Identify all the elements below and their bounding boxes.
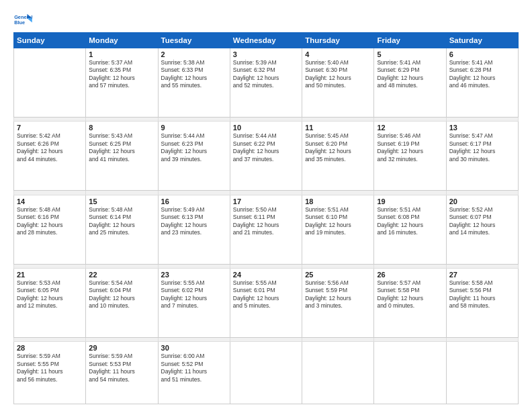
cell-line: Daylight: 12 hours <box>377 148 443 155</box>
cell-line: Sunset: 6:05 PM <box>17 287 83 294</box>
day-number: 1 <box>89 50 154 58</box>
day-number: 10 <box>233 124 299 132</box>
cell-line: Sunset: 6:29 PM <box>377 66 443 74</box>
cell-line: Sunset: 6:19 PM <box>377 140 443 148</box>
calendar-cell: 9Sunrise: 5:44 AMSunset: 6:23 PMDaylight… <box>158 122 230 191</box>
cell-line: and 23 minutes. <box>161 229 227 236</box>
cell-line: Sunrise: 5:56 AM <box>305 279 371 287</box>
cell-line: Sunrise: 5:44 AM <box>233 132 299 140</box>
calendar-cell: 18Sunrise: 5:51 AMSunset: 6:10 PMDayligh… <box>302 195 374 264</box>
cell-line: Sunrise: 5:42 AM <box>17 132 83 140</box>
cell-line: Sunrise: 5:55 AM <box>161 279 227 287</box>
cell-line: Sunrise: 5:53 AM <box>17 279 83 287</box>
cell-line: Daylight: 12 hours <box>17 222 83 229</box>
day-number: 2 <box>161 50 227 58</box>
cell-line: Sunset: 6:01 PM <box>233 287 299 294</box>
day-number: 27 <box>449 271 515 279</box>
cell-line: Daylight: 12 hours <box>17 148 83 155</box>
calendar-header-tuesday: Tuesday <box>158 33 230 48</box>
cell-line: Sunset: 5:52 PM <box>161 361 227 368</box>
cell-line: Daylight: 12 hours <box>233 148 299 155</box>
cell-line: and 57 minutes. <box>89 82 154 89</box>
cell-line: and 16 minutes. <box>377 229 443 236</box>
cell-line: Sunrise: 5:51 AM <box>377 206 443 214</box>
cell-line: Daylight: 12 hours <box>377 295 443 302</box>
cell-line: Sunrise: 5:57 AM <box>377 279 443 287</box>
calendar-cell: 25Sunrise: 5:56 AMSunset: 5:59 PMDayligh… <box>302 268 374 337</box>
calendar-week-row: 28Sunrise: 5:59 AMSunset: 5:55 PMDayligh… <box>14 342 519 404</box>
cell-line: Sunrise: 5:37 AM <box>89 59 154 66</box>
cell-line: Daylight: 11 hours <box>449 295 515 302</box>
cell-line: and 19 minutes. <box>305 229 371 236</box>
cell-line: Daylight: 12 hours <box>161 75 227 82</box>
calendar-week-row: 21Sunrise: 5:53 AMSunset: 6:05 PMDayligh… <box>14 268 519 337</box>
cell-line: Daylight: 12 hours <box>233 222 299 229</box>
cell-line: Sunset: 5:53 PM <box>89 361 154 368</box>
cell-line: Sunrise: 5:59 AM <box>89 353 154 360</box>
logo-icon: General Blue <box>13 12 32 27</box>
calendar-cell: 17Sunrise: 5:50 AMSunset: 6:11 PMDayligh… <box>230 195 302 264</box>
cell-line: and 56 minutes. <box>17 376 83 383</box>
cell-line: Sunset: 6:20 PM <box>305 140 371 148</box>
cell-line: Daylight: 11 hours <box>161 368 227 375</box>
cell-line: and 37 minutes. <box>233 156 299 163</box>
calendar-cell: 1Sunrise: 5:37 AMSunset: 6:35 PMDaylight… <box>86 48 158 118</box>
cell-line: Daylight: 12 hours <box>89 295 154 302</box>
day-number: 7 <box>17 124 83 132</box>
cell-line: Sunrise: 5:51 AM <box>305 206 371 214</box>
cell-line: Daylight: 12 hours <box>161 295 227 302</box>
calendar-cell: 2Sunrise: 5:38 AMSunset: 6:33 PMDaylight… <box>158 48 230 118</box>
cell-line: and 41 minutes. <box>89 156 154 163</box>
day-number: 4 <box>305 50 371 58</box>
calendar-cell: 15Sunrise: 5:48 AMSunset: 6:14 PMDayligh… <box>86 195 158 264</box>
cell-line: Daylight: 11 hours <box>89 368 154 375</box>
day-number: 24 <box>233 271 299 279</box>
calendar-cell: 11Sunrise: 5:45 AMSunset: 6:20 PMDayligh… <box>302 122 374 191</box>
cell-line: and 58 minutes. <box>449 302 515 310</box>
calendar-table: SundayMondayTuesdayWednesdayThursdayFrid… <box>13 32 519 404</box>
calendar-cell: 3Sunrise: 5:39 AMSunset: 6:32 PMDaylight… <box>230 48 302 118</box>
cell-line: Daylight: 11 hours <box>17 368 83 375</box>
day-number: 26 <box>377 271 443 279</box>
calendar-cell <box>230 342 302 404</box>
cell-line: Daylight: 12 hours <box>161 148 227 155</box>
calendar-header-thursday: Thursday <box>302 33 374 48</box>
calendar-cell: 16Sunrise: 5:49 AMSunset: 6:13 PMDayligh… <box>158 195 230 264</box>
cell-line: and 39 minutes. <box>161 156 227 163</box>
cell-line: and 0 minutes. <box>377 302 443 310</box>
calendar-cell: 6Sunrise: 5:41 AMSunset: 6:28 PMDaylight… <box>446 48 518 118</box>
cell-line: Daylight: 12 hours <box>89 222 154 229</box>
calendar-cell <box>302 342 374 404</box>
calendar-cell <box>374 342 446 404</box>
cell-line: Sunrise: 5:52 AM <box>449 206 515 214</box>
calendar-cell: 10Sunrise: 5:44 AMSunset: 6:22 PMDayligh… <box>230 122 302 191</box>
calendar-header-monday: Monday <box>86 33 158 48</box>
cell-line: Daylight: 12 hours <box>161 222 227 229</box>
cell-line: and 54 minutes. <box>89 376 154 383</box>
cell-line: Sunset: 6:14 PM <box>89 214 154 221</box>
cell-line: Sunset: 5:59 PM <box>305 287 371 294</box>
cell-line: Sunset: 6:16 PM <box>17 214 83 221</box>
cell-line: Sunset: 6:07 PM <box>449 214 515 221</box>
day-number: 18 <box>305 197 371 205</box>
cell-line: and 3 minutes. <box>305 302 371 310</box>
cell-line: Daylight: 12 hours <box>89 75 154 82</box>
day-number: 8 <box>89 124 154 132</box>
cell-line: Sunrise: 5:48 AM <box>89 206 154 214</box>
svg-text:Blue: Blue <box>14 19 25 26</box>
cell-line: Sunset: 6:04 PM <box>89 287 154 294</box>
cell-line: Sunset: 6:08 PM <box>377 214 443 221</box>
cell-line: Sunrise: 6:00 AM <box>161 353 227 360</box>
logo: General Blue <box>13 12 32 27</box>
day-number: 6 <box>449 50 515 58</box>
calendar-cell: 26Sunrise: 5:57 AMSunset: 5:58 PMDayligh… <box>374 268 446 337</box>
cell-line: Sunrise: 5:59 AM <box>17 353 83 360</box>
cell-line: Sunrise: 5:47 AM <box>449 132 515 140</box>
cell-line: Sunrise: 5:39 AM <box>233 59 299 66</box>
cell-line: and 46 minutes. <box>449 82 515 89</box>
cell-line: Daylight: 12 hours <box>233 295 299 302</box>
cell-line: Sunset: 6:11 PM <box>233 214 299 221</box>
cell-line: Sunset: 6:28 PM <box>449 66 515 74</box>
cell-line: Sunrise: 5:43 AM <box>89 132 154 140</box>
cell-line: Sunrise: 5:40 AM <box>305 59 371 66</box>
